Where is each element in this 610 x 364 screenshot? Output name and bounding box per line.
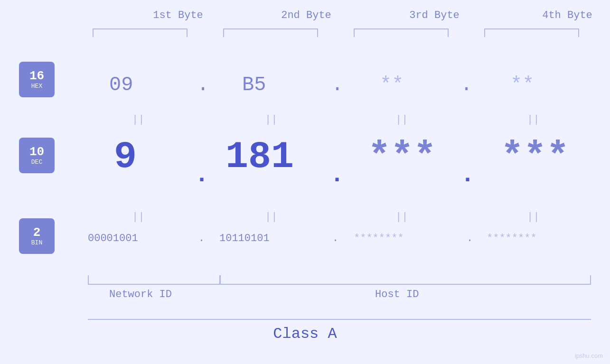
bin-badge: 2 BIN: [19, 218, 55, 254]
byte-header-4: 4th Byte: [515, 9, 610, 21]
equals-2-4: ||: [527, 211, 539, 223]
hex-value-2: B5: [242, 74, 266, 96]
hex-dot-1: .: [197, 74, 209, 96]
dec-dot-3: .: [460, 161, 475, 188]
dec-badge-number: 10: [29, 145, 44, 159]
dec-dot-1: .: [195, 161, 209, 188]
hex-badge: 16 HEX: [19, 62, 55, 97]
bin-value-4: ********: [487, 233, 537, 244]
equals-1-1: ||: [132, 114, 144, 126]
equals-2-1: ||: [132, 211, 144, 223]
bin-badge-label: BIN: [31, 239, 42, 246]
bin-value-3: ********: [354, 233, 404, 244]
hex-value-1: 09: [109, 74, 133, 96]
bin-value-2: 10110101: [219, 233, 270, 244]
equals-2-3: ||: [395, 211, 408, 223]
watermark: ipshu.com: [575, 352, 603, 359]
bin-value-1: 00001001: [88, 233, 138, 244]
host-id-label: Host ID: [375, 289, 419, 300]
dec-value-2: 181: [225, 135, 294, 178]
hex-value-3: **: [380, 74, 404, 96]
network-id-label: Network ID: [109, 289, 172, 300]
top-bracket-1: [93, 28, 188, 37]
hex-dot-3: .: [460, 74, 472, 96]
top-bracket-4: [484, 28, 579, 37]
equals-1-4: ||: [527, 114, 539, 126]
bin-dot-1: .: [198, 233, 205, 244]
dec-dot-2: .: [330, 161, 344, 188]
hex-value-4: **: [510, 74, 534, 96]
equals-1-2: ||: [265, 114, 277, 126]
dec-badge: 10 DEC: [19, 138, 55, 173]
equals-1-3: ||: [395, 114, 408, 126]
hex-badge-number: 16: [29, 69, 44, 83]
network-id-bracket: [88, 275, 221, 285]
top-bracket-2: [223, 28, 318, 37]
host-id-bracket: [219, 275, 591, 285]
dec-badge-label: DEC: [31, 159, 42, 166]
bin-dot-3: .: [467, 233, 473, 244]
bin-dot-2: .: [332, 233, 338, 244]
hex-badge-label: HEX: [31, 83, 42, 90]
top-bracket-3: [354, 28, 449, 37]
dec-value-4: ***: [501, 135, 569, 178]
bin-badge-number: 2: [33, 226, 41, 240]
dec-value-3: ***: [368, 135, 436, 178]
byte-header-1: 1st Byte: [126, 9, 230, 21]
equals-2-2: ||: [265, 211, 277, 223]
byte-header-2: 2nd Byte: [254, 9, 358, 21]
dec-value-1: 9: [114, 135, 137, 178]
class-a-label: Class A: [273, 325, 337, 343]
byte-header-3: 3rd Byte: [382, 9, 487, 21]
class-line: [88, 319, 591, 320]
hex-dot-2: .: [331, 74, 343, 96]
